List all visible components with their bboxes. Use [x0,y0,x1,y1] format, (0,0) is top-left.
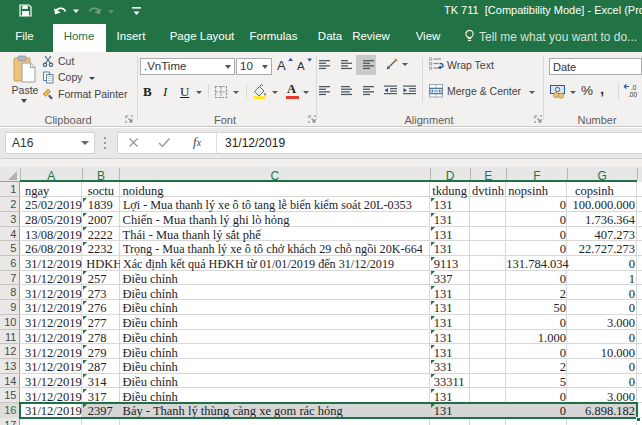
svg-text:.0: .0 [631,84,637,91]
svg-text:.00: .00 [628,91,637,98]
